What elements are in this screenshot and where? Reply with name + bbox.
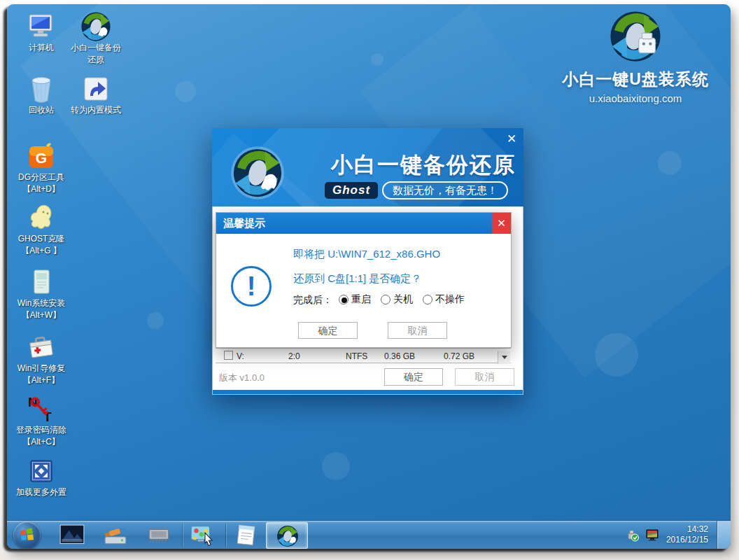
window-bottom-strip bbox=[213, 390, 523, 394]
desktop: 计算机 小白一键备份 还原 回收站 转为内置模式 G DG分区工具 【Alt+D… bbox=[7, 4, 731, 549]
tray-usb-icon[interactable] bbox=[626, 528, 640, 542]
radio-circle-icon bbox=[423, 295, 432, 304]
drive-size: 0.72 GB bbox=[444, 351, 474, 361]
desktop-icon-label: 回收站 bbox=[11, 104, 71, 116]
modal-titlebar: 温馨提示 bbox=[216, 213, 511, 234]
version-label: 版本 v1.0.0 bbox=[219, 372, 265, 384]
desktop-icon-label: GHOST克隆 bbox=[11, 233, 71, 245]
desktop-icon-label2: 【Alt+G 】 bbox=[11, 245, 71, 257]
window-title: 小白一键备份还原 bbox=[331, 150, 516, 180]
desktop-icon-label: 转为内置模式 bbox=[66, 104, 126, 116]
close-icon[interactable]: ✕ bbox=[505, 132, 519, 146]
drive-position: 2:0 bbox=[288, 351, 300, 361]
chevron-down-icon[interactable] bbox=[498, 351, 510, 364]
confirm-restore-modal: 温馨提示 ✕ ! 即将把 U:\WIN7_612_x86.GHO 还原到 C盘[… bbox=[216, 212, 512, 348]
radio-circle-icon bbox=[381, 295, 390, 304]
desktop-icon-recycle-bin[interactable]: 回收站 bbox=[11, 74, 71, 116]
modal-message-line2: 还原到 C盘[1:1] 是否确定？ bbox=[293, 272, 421, 286]
bubble bbox=[175, 81, 196, 102]
drive-checkbox[interactable] bbox=[224, 351, 233, 360]
desktop-icon-xiaobai-backup[interactable]: 小白一键备份 还原 bbox=[66, 11, 126, 66]
desktop-icon-label2: 【Alt+C】 bbox=[11, 436, 71, 448]
ghost-icon bbox=[26, 202, 57, 233]
radio-shutdown[interactable]: 关机 bbox=[381, 293, 413, 306]
bubble bbox=[371, 53, 383, 66]
start-button[interactable] bbox=[13, 522, 41, 549]
desktop-icon-label: 小白一键备份 bbox=[66, 42, 126, 54]
modal-body: ! 即将把 U:\WIN7_612_x86.GHO 还原到 C盘[1:1] 是否… bbox=[216, 234, 511, 347]
bubble bbox=[147, 312, 164, 329]
brand-url: u.xiaobaixitong.com bbox=[558, 92, 712, 104]
desktop-icon-load-more[interactable]: 加载更多外置 bbox=[11, 456, 71, 498]
modal-cancel-button[interactable]: 取消 bbox=[388, 322, 447, 339]
svg-text:G: G bbox=[36, 150, 47, 166]
modal-close-icon[interactable]: ✕ bbox=[492, 213, 511, 234]
brand-logo-block: 小白一键U盘装系统 u.xiaobaixitong.com bbox=[558, 10, 712, 104]
brand-logo-icon bbox=[609, 10, 662, 63]
drive-list-row[interactable]: V: 2:0 NTFS 0.36 GB 0.72 GB bbox=[216, 348, 511, 363]
desktop-icon-win-install[interactable]: Win系统安装 【Alt+W】 bbox=[11, 267, 71, 321]
taskbar-notepad-icon[interactable] bbox=[232, 524, 259, 547]
desktop-icon-boot-repair[interactable]: Win引导修复 【Alt+F】 bbox=[11, 332, 71, 386]
computer-icon bbox=[26, 11, 57, 42]
slogan-pill: 数据无价，有备无患！ bbox=[382, 181, 508, 200]
shortcut-arrow-icon bbox=[80, 74, 111, 104]
radio-circle-icon bbox=[339, 295, 349, 304]
bubble bbox=[595, 333, 638, 377]
desktop-icon-builtin-mode[interactable]: 转为内置模式 bbox=[66, 74, 126, 116]
nt-key-icon: NT bbox=[26, 393, 57, 424]
first-aid-kit-icon bbox=[26, 332, 57, 363]
show-desktop-button[interactable] bbox=[717, 521, 731, 549]
dialog-cancel-button[interactable]: 取消 bbox=[455, 368, 514, 386]
installer-disc-icon bbox=[26, 267, 57, 298]
drive-filesystem: NTFS bbox=[346, 351, 367, 361]
taskbar-separator bbox=[182, 524, 183, 547]
drive-used: 0.36 GB bbox=[384, 351, 415, 361]
taskbar-separator bbox=[225, 524, 226, 547]
taskbar: 14:32 2016/12/15 bbox=[7, 520, 731, 549]
app-logo-icon bbox=[230, 146, 285, 200]
desktop-icon-computer[interactable]: 计算机 bbox=[11, 11, 71, 54]
desktop-icon-password-clear[interactable]: NT 登录密码清除 【Alt+C】 bbox=[11, 393, 71, 448]
desktop-icon-ghost-clone[interactable]: GHOST克隆 【Alt+G 】 bbox=[11, 202, 71, 257]
taskbar-image-viewer-icon[interactable] bbox=[59, 524, 85, 547]
brand-title: 小白一键U盘装系统 bbox=[558, 69, 712, 90]
window-banner: 小白一键备份还原 Ghost 数据无价，有备无患！ ✕ bbox=[212, 128, 523, 206]
modal-ok-button[interactable]: 确定 bbox=[298, 322, 358, 339]
bubble bbox=[322, 452, 350, 480]
taskbar-memory-chip-icon[interactable] bbox=[146, 524, 172, 547]
dialog-ok-button[interactable]: 确定 bbox=[384, 368, 443, 386]
drive-name: V: bbox=[237, 351, 244, 361]
xiaobai-logo-icon bbox=[80, 11, 111, 42]
taskbar-clock[interactable]: 14:32 2016/12/15 bbox=[658, 524, 708, 545]
mouse-cursor-icon bbox=[203, 532, 214, 546]
taskbar-display-settings-icon[interactable] bbox=[189, 524, 220, 547]
desktop-icon-label2: 【Alt+W】 bbox=[11, 309, 71, 321]
desktop-icon-dg-partition[interactable]: G DG分区工具 【Alt+D】 bbox=[11, 141, 71, 195]
modal-message-line1: 即将把 U:\WIN7_612_x86.GHO bbox=[293, 248, 440, 261]
bubble bbox=[658, 151, 682, 175]
desktop-icon-label2: 【Alt+D】 bbox=[11, 183, 71, 195]
taskbar-cleanup-icon[interactable] bbox=[102, 524, 129, 547]
taskbar-active-app-button[interactable] bbox=[266, 522, 308, 549]
windows-flag-icon bbox=[19, 527, 35, 543]
desktop-icon-label: Win系统安装 bbox=[11, 298, 71, 309]
recycle-bin-icon bbox=[26, 74, 57, 104]
desktop-icon-label: 计算机 bbox=[11, 42, 71, 54]
clock-date: 2016/12/15 bbox=[658, 535, 708, 545]
desktop-icon-label: 加载更多外置 bbox=[11, 486, 71, 498]
radio-restart[interactable]: 重启 bbox=[339, 293, 371, 306]
after-finish-label: 完成后： bbox=[293, 294, 332, 307]
tray-display-icon[interactable] bbox=[645, 528, 659, 542]
exclamation-icon: ! bbox=[231, 266, 272, 307]
desktop-icon-label2: 【Alt+F】 bbox=[11, 374, 71, 386]
desktop-icon-label: DG分区工具 bbox=[11, 172, 71, 183]
xiaobai-app-icon bbox=[276, 525, 299, 547]
radio-no-action[interactable]: 不操作 bbox=[423, 293, 465, 306]
ghost-badge: Ghost bbox=[325, 182, 378, 199]
desktop-icon-label: 登录密码清除 bbox=[11, 424, 71, 436]
expand-arrows-icon bbox=[26, 456, 57, 486]
clock-time: 14:32 bbox=[658, 524, 708, 535]
desktop-icon-label: Win引导修复 bbox=[11, 363, 71, 374]
diskgenius-icon: G bbox=[26, 141, 57, 172]
